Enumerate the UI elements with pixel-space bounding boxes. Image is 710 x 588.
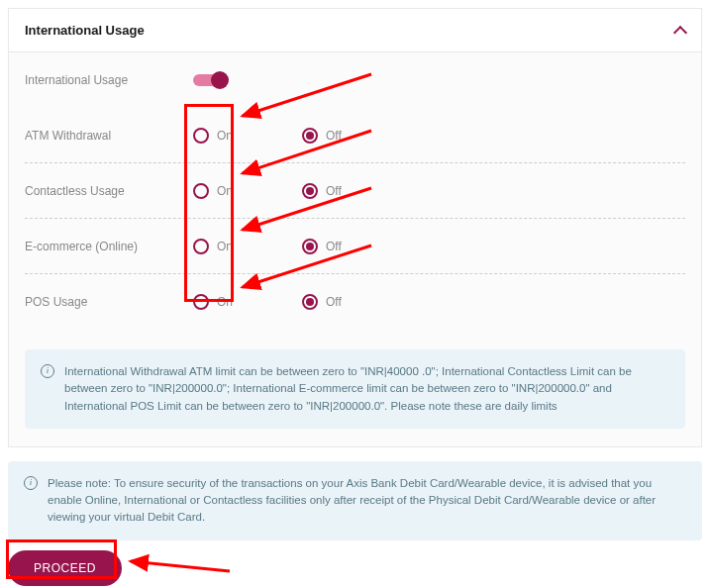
radio-icon [193,239,209,254]
panel-body: International Usage ATM Withdrawal On Of… [9,52,701,446]
security-note-text: Please note: To ensure security of the t… [48,475,686,527]
row-contactless: Contactless Usage On Off [25,163,685,219]
pos-on-radio[interactable]: On [193,294,233,310]
atm-on-radio[interactable]: On [193,128,233,144]
radio-label: Off [326,295,342,309]
atm-off-radio[interactable]: Off [302,128,342,144]
row-atm: ATM Withdrawal On Off [25,108,685,163]
proceed-button[interactable]: PROCEED [8,550,122,586]
international-usage-panel: International Usage International Usage … [8,8,702,447]
radio-icon [302,128,318,144]
panel-header[interactable]: International Usage [9,9,701,52]
info-icon: i [41,364,54,378]
pos-off-radio[interactable]: Off [302,294,342,310]
row-label-contactless: Contactless Usage [25,184,193,198]
ecom-off-radio[interactable]: Off [302,239,342,254]
intl-usage-toggle[interactable] [193,74,227,86]
radio-icon [193,183,209,199]
radio-icon [302,294,318,310]
info-icon: i [24,476,38,490]
row-ecom: E-commerce (Online) On Off [25,219,685,274]
radio-label: Off [326,184,342,198]
ecom-on-radio[interactable]: On [193,239,233,254]
radio-label: On [217,129,233,143]
contactless-radio-group: On Off [193,183,342,199]
security-note-box: i Please note: To ensure security of the… [8,461,702,540]
radio-label: On [217,184,233,198]
proceed-wrap: PROCEED [8,550,702,586]
limits-info-box: i International Withdrawal ATM limit can… [25,349,685,429]
radio-icon [302,239,318,254]
radio-label: On [217,240,233,253]
limits-info-text: International Withdrawal ATM limit can b… [64,363,669,415]
radio-label: Off [326,129,342,143]
row-intl-usage: International Usage [25,52,685,108]
radio-label: On [217,295,233,309]
contactless-off-radio[interactable]: Off [302,183,342,199]
row-pos: POS Usage On Off [25,274,685,330]
row-label-ecom: E-commerce (Online) [25,240,193,253]
contactless-on-radio[interactable]: On [193,183,233,199]
row-label-pos: POS Usage [25,295,193,309]
radio-icon [302,183,318,199]
atm-radio-group: On Off [193,128,342,144]
pos-radio-group: On Off [193,294,342,310]
toggle-knob [211,71,229,89]
chevron-up-icon [673,25,687,39]
row-label-atm: ATM Withdrawal [25,129,193,143]
row-label-intl: International Usage [25,73,193,87]
panel-title: International Usage [25,23,145,38]
radio-icon [193,294,209,310]
ecom-radio-group: On Off [193,239,342,254]
radio-label: Off [326,240,342,253]
radio-icon [193,128,209,144]
